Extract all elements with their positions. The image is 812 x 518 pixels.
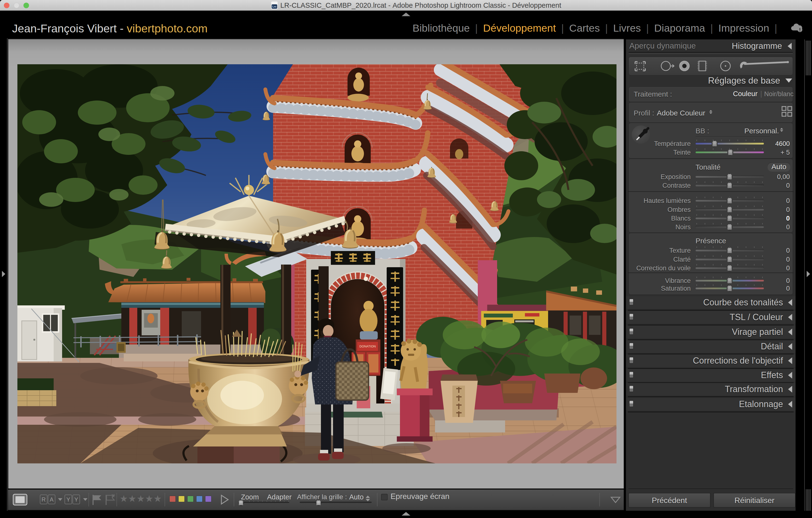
svg-text:DONATION: DONATION bbox=[359, 344, 376, 348]
